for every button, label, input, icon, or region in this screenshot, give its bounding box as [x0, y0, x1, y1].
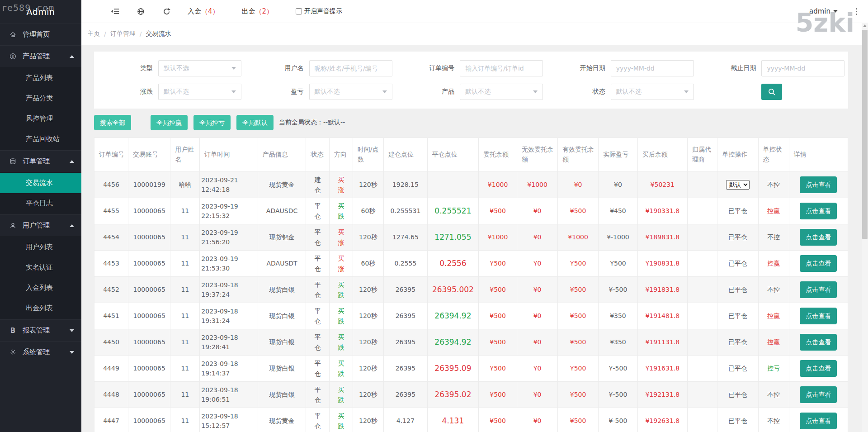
- cell-order-time: 2023-09-18 19:14:37: [200, 356, 258, 382]
- cell-control-op: 已平仓: [717, 303, 758, 329]
- filter-select[interactable]: 默认不选: [309, 84, 392, 100]
- filter-select[interactable]: 默认不选: [611, 84, 694, 100]
- cell-invalid-entrust: ¥0: [517, 356, 558, 382]
- withdraw-link[interactable]: 出金（2）: [242, 7, 274, 16]
- sidebar-subitem[interactable]: 用户列表: [0, 237, 81, 257]
- sidebar-item-user[interactable]: 用户管理: [0, 215, 81, 236]
- sidebar-subitem[interactable]: 实名认证: [0, 257, 81, 278]
- cell-agent: [687, 277, 717, 303]
- cell-open-point: 26395: [384, 303, 428, 329]
- cell-entrust-balance: ¥500: [479, 356, 517, 382]
- cell-valid-entrust: ¥500: [558, 277, 599, 303]
- column-header: 委托余额: [479, 138, 517, 172]
- filter-select[interactable]: 默认不选: [460, 84, 543, 100]
- user-menu[interactable]: admin: [809, 7, 838, 15]
- filter-input[interactable]: [611, 60, 694, 76]
- sidebar-nav: 管理首页$产品管理产品列表产品分类风控管理产品回收站订单管理交易流水平仓日志用户…: [0, 24, 81, 363]
- detail-button[interactable]: 点击查看: [800, 229, 837, 246]
- chevron-down-icon: [231, 67, 236, 70]
- gear-icon: [9, 349, 17, 356]
- global-default-button[interactable]: 全局默认: [236, 115, 274, 130]
- detail-button[interactable]: 点击查看: [800, 281, 837, 298]
- global-win-button[interactable]: 全局控赢: [151, 115, 188, 130]
- filter-input[interactable]: [761, 60, 844, 76]
- cell-order-time: 2023-09-19 21:53:30: [200, 251, 258, 277]
- page-scrollbar[interactable]: [862, 23, 868, 432]
- cell-status: 平仓: [306, 408, 330, 432]
- column-header: 产品信息: [258, 138, 306, 172]
- sidebar-subitem[interactable]: 入金列表: [0, 278, 81, 298]
- sidebar-subitem[interactable]: 交易流水: [0, 173, 81, 193]
- breadcrumb-home[interactable]: 主页: [87, 30, 100, 38]
- sidebar-item-system[interactable]: 系统管理: [0, 342, 81, 363]
- cell-duration: 120秒: [353, 356, 383, 382]
- refresh-icon[interactable]: [162, 8, 171, 15]
- cell-user-name: 11: [170, 356, 200, 382]
- search-all-button[interactable]: 搜索全部: [94, 115, 131, 130]
- filter-group: 产品默认不选: [396, 84, 547, 100]
- cell-account: 10000065: [128, 303, 170, 329]
- filter-select[interactable]: 默认不选: [158, 60, 241, 76]
- detail-button[interactable]: 点击查看: [800, 176, 837, 193]
- cell-control-status: 控赢: [758, 198, 789, 224]
- detail-button[interactable]: 点击查看: [800, 360, 837, 377]
- sidebar-item-report[interactable]: B报表管理: [0, 320, 81, 341]
- cell-agent: [687, 251, 717, 277]
- sidebar-item-order[interactable]: 订单管理: [0, 151, 81, 172]
- sidebar-subitem[interactable]: 产品分类: [0, 88, 81, 109]
- globe-icon[interactable]: [136, 8, 145, 15]
- cell-user-name: 11: [170, 224, 200, 251]
- withdraw-count: （2）: [255, 7, 274, 15]
- chevron-down-icon: [684, 90, 689, 93]
- filter-group: 状态默认不选: [547, 84, 698, 100]
- breadcrumb-order-management[interactable]: 订单管理: [110, 30, 136, 38]
- search-button[interactable]: [761, 84, 782, 100]
- expand-arrow-icon: [70, 329, 74, 332]
- sound-checkbox[interactable]: [296, 8, 302, 14]
- cell-control-status: 不控: [758, 172, 789, 198]
- detail-button[interactable]: 点击查看: [800, 413, 837, 429]
- cell-after-balance: ¥189831.8: [637, 224, 687, 251]
- cell-invalid-entrust: ¥1000: [517, 172, 558, 198]
- more-options-icon[interactable]: [855, 7, 858, 16]
- cell-order-time: 2023-09-18 19:06:51: [200, 382, 258, 408]
- column-header: 单控状态: [758, 138, 789, 172]
- cell-after-balance: ¥191131.8: [637, 329, 687, 356]
- filter-input[interactable]: [460, 60, 543, 76]
- cell-status: 平仓: [306, 356, 330, 382]
- sidebar-subitem[interactable]: 产品回收站: [0, 129, 81, 149]
- filter-label: 盈亏: [245, 88, 309, 96]
- cell-user-name: 11: [170, 329, 200, 356]
- sidebar-subitem[interactable]: 产品列表: [0, 68, 81, 88]
- sidebar-submenu-user: 用户列表实名认证入金列表出金列表: [0, 236, 81, 319]
- sidebar-subitem[interactable]: 风控管理: [0, 109, 81, 129]
- sidebar-item-home[interactable]: 管理首页: [0, 24, 81, 45]
- collapse-sidebar-icon[interactable]: [110, 8, 119, 15]
- filter-label: 产品: [396, 88, 460, 96]
- deposit-link[interactable]: 入金（4）: [188, 7, 219, 16]
- sound-toggle-group: 开启声音提示: [296, 7, 342, 15]
- cell-control-op: 已平仓: [717, 251, 758, 277]
- detail-button[interactable]: 点击查看: [800, 386, 837, 403]
- filter-input[interactable]: [309, 60, 392, 76]
- detail-button[interactable]: 点击查看: [800, 255, 837, 272]
- column-header: 建仓点位: [384, 138, 428, 172]
- detail-button[interactable]: 点击查看: [800, 308, 837, 324]
- detail-button[interactable]: 点击查看: [800, 203, 837, 219]
- global-lose-button[interactable]: 全局控亏: [193, 115, 231, 130]
- sidebar-subitem[interactable]: 平仓日志: [0, 193, 81, 214]
- cell-control-status: 不控: [758, 277, 789, 303]
- cell-agent: [687, 382, 717, 408]
- filter-select[interactable]: 默认不选: [158, 84, 241, 100]
- scrollbar-up-arrow-icon[interactable]: [863, 24, 867, 27]
- sidebar-item-product[interactable]: $产品管理: [0, 46, 81, 67]
- cell-order-id: 4447: [94, 408, 128, 432]
- sidebar-subitem[interactable]: 出金列表: [0, 298, 81, 318]
- filter-select-value: 默认不选: [616, 88, 684, 96]
- cell-duration: 120秒: [353, 408, 383, 432]
- detail-button[interactable]: 点击查看: [800, 334, 837, 351]
- scrollbar-thumb[interactable]: [862, 30, 868, 239]
- cell-after-balance: ¥192631.8: [637, 408, 687, 432]
- cell-actual-profit: ¥-500: [599, 277, 638, 303]
- control-select[interactable]: 默认: [726, 180, 750, 190]
